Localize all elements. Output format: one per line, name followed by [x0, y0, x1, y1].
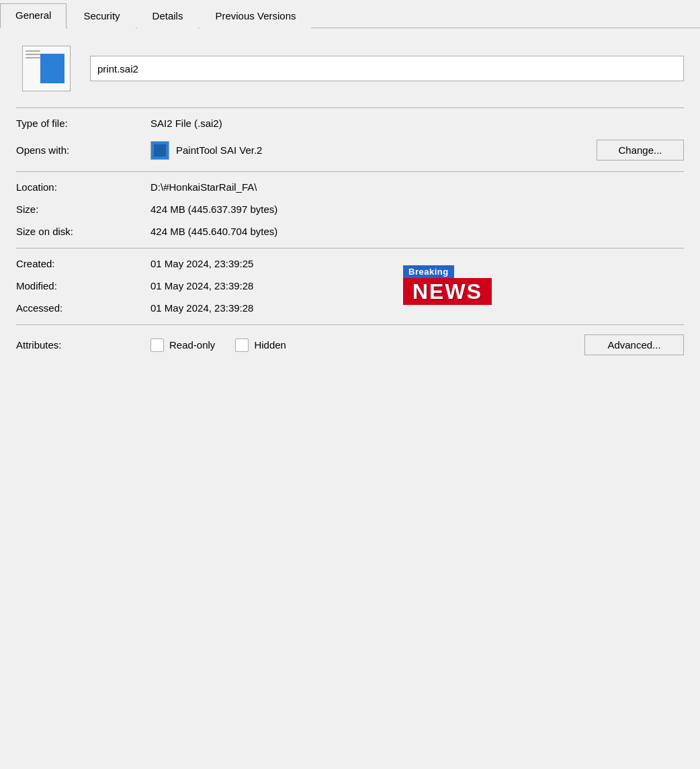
tab-security[interactable]: Security: [68, 4, 135, 28]
created-row: Created: 01 May 2024, 23:39:25: [16, 258, 684, 269]
hidden-checkbox[interactable]: [235, 338, 249, 352]
created-value: 01 May 2024, 23:39:25: [150, 258, 253, 269]
type-value: SAI2 File (.sai2): [150, 118, 222, 129]
modified-value: 01 May 2024, 23:39:28: [150, 280, 253, 291]
tab-general[interactable]: General: [0, 3, 67, 28]
modified-label: Modified:: [16, 280, 150, 291]
readonly-checkbox[interactable]: [150, 338, 164, 352]
file-icon-blue: [40, 54, 64, 83]
file-header: [16, 42, 684, 95]
tab-bar: General Security Details Previous Versio…: [0, 0, 700, 28]
separator-3: [16, 248, 684, 248]
filename-input[interactable]: [90, 56, 684, 81]
location-label: Location:: [16, 181, 150, 193]
accessed-row: Accessed: 01 May 2024, 23:39:28: [16, 302, 684, 314]
breaking-label: Breaking: [403, 265, 454, 278]
properties-content: Type of file: SAI2 File (.sai2) Opens wi…: [0, 28, 700, 769]
opens-label: Opens with:: [16, 144, 150, 156]
modified-row: Modified: 01 May 2024, 23:39:28: [16, 280, 684, 291]
size-row: Size: 424 MB (445.637.397 bytes): [16, 203, 684, 215]
change-button[interactable]: Change...: [597, 140, 684, 161]
size-on-disk-row: Size on disk: 424 MB (445.640.704 bytes): [16, 226, 684, 237]
attributes-label: Attributes:: [16, 339, 150, 351]
size-on-disk-value: 424 MB (445.640.704 bytes): [150, 226, 277, 237]
breaking-news-overlay: Breaking NEWS: [403, 265, 492, 305]
size-on-disk-label: Size on disk:: [16, 226, 150, 237]
readonly-checkbox-item[interactable]: Read-only: [150, 338, 215, 352]
readonly-label: Read-only: [169, 339, 215, 351]
separator-4: [16, 324, 684, 325]
hidden-label: Hidden: [254, 339, 286, 351]
location-value: D:\#HonkaiStarRail_FA\: [150, 181, 257, 193]
opens-with-row: Opens with: PaintTool SAI Ver.2 Change..…: [16, 140, 684, 161]
accessed-value: 01 May 2024, 23:39:28: [150, 302, 253, 314]
attributes-options: Read-only Hidden Advanced...: [150, 334, 684, 355]
separator-1: [16, 107, 684, 108]
size-label: Size:: [16, 203, 150, 215]
accessed-label: Accessed:: [16, 302, 150, 314]
news-banner: NEWS: [403, 278, 492, 305]
created-label: Created:: [16, 258, 150, 269]
opens-app-name: PaintTool SAI Ver.2: [176, 144, 262, 156]
icon-line: [26, 57, 40, 58]
type-of-file-row: Type of file: SAI2 File (.sai2): [16, 118, 684, 129]
news-text: NEWS: [412, 281, 482, 302]
tab-details[interactable]: Details: [137, 4, 199, 28]
app-icon: [150, 141, 169, 160]
size-value: 424 MB (445.637.397 bytes): [150, 203, 277, 215]
app-icon-inner: [154, 144, 166, 156]
file-icon: [16, 42, 77, 95]
advanced-button[interactable]: Advanced...: [584, 334, 684, 355]
icon-line: [26, 50, 40, 52]
hidden-checkbox-item[interactable]: Hidden: [235, 338, 286, 352]
type-label: Type of file:: [16, 118, 150, 129]
icon-line: [26, 54, 40, 55]
separator-2: [16, 171, 684, 172]
opens-with-app: PaintTool SAI Ver.2 Change...: [150, 140, 684, 161]
attributes-row: Attributes: Read-only Hidden Advanced...: [16, 334, 684, 355]
tab-previous-versions[interactable]: Previous Versions: [200, 4, 311, 28]
location-row: Location: D:\#HonkaiStarRail_FA\: [16, 181, 684, 193]
